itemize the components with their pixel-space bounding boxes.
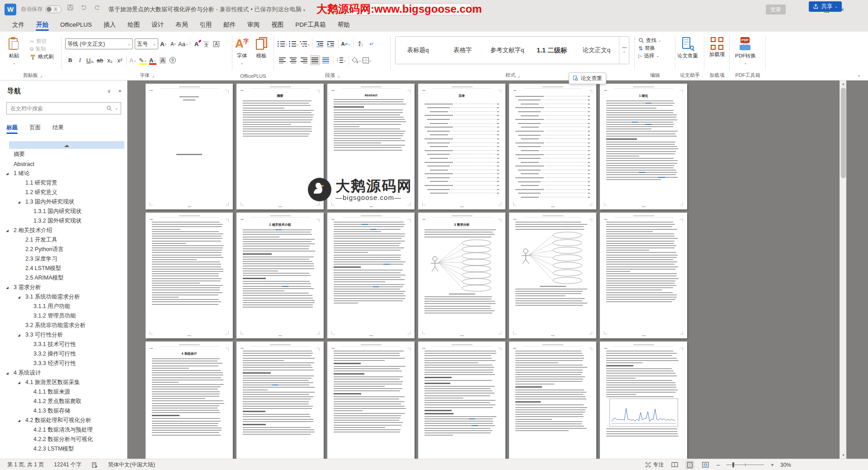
addins-button[interactable]: 加载项 bbox=[708, 36, 726, 57]
expand-triangle-icon[interactable]: ◢ bbox=[6, 228, 9, 232]
paste-button[interactable]: 粘贴 ⌄ bbox=[8, 36, 20, 65]
navigation-search-input[interactable] bbox=[9, 105, 104, 112]
select-button[interactable]: ▷选择⌄ bbox=[638, 52, 661, 59]
copy-button[interactable]: ⧉复制 bbox=[30, 46, 54, 52]
officeplus-font-button[interactable]: A字 字体 ⌄ bbox=[235, 36, 249, 65]
underline-button[interactable]: U⌄ bbox=[85, 55, 95, 65]
styles-dialog-launcher-icon[interactable]: ⌟ bbox=[518, 73, 520, 78]
style-item-2[interactable]: 表格字 bbox=[440, 37, 485, 64]
numbered-list-button[interactable]: ⌄ bbox=[289, 39, 299, 49]
autosave-toggle[interactable]: 关 bbox=[45, 5, 61, 13]
pdf-convert-button[interactable]: PDF PDF转换 ⌄ bbox=[735, 36, 756, 65]
zoom-slider-thumb[interactable] bbox=[732, 462, 734, 467]
document-canvas[interactable]: 摘要Abstract目录1 绪论2 相关技术介绍3 需求分析4 系统设计 大鹅源… bbox=[127, 81, 868, 459]
navigation-search[interactable]: ⌄ bbox=[6, 102, 121, 114]
ribbon-tab-10[interactable]: 审阅 bbox=[241, 19, 265, 32]
nav-heading-item[interactable]: ◢3 需求分析 bbox=[0, 283, 127, 292]
highlight-button[interactable]: ✎⌄ bbox=[138, 55, 148, 65]
page-thumbnail-5[interactable] bbox=[509, 84, 596, 209]
nav-heading-item[interactable]: 1.2 研究意义 bbox=[0, 188, 127, 197]
nav-heading-item[interactable]: ◢4 系统设计 bbox=[0, 368, 127, 378]
page-thumbnail-7[interactable] bbox=[146, 213, 233, 338]
nav-heading-item[interactable]: 3.1.2 管理员功能 bbox=[0, 311, 127, 321]
search-icon[interactable] bbox=[106, 105, 112, 111]
expand-triangle-icon[interactable]: ◢ bbox=[6, 285, 9, 289]
shrink-font-button[interactable]: A˅ bbox=[168, 39, 178, 49]
undo-icon[interactable] bbox=[80, 4, 87, 11]
clear-format-button[interactable]: A bbox=[192, 39, 202, 49]
nav-heading-item[interactable]: Abstract bbox=[0, 159, 127, 169]
nav-heading-item[interactable]: 4.2.1 数据清洗与预处理 bbox=[0, 425, 127, 435]
decrease-indent-button[interactable] bbox=[315, 39, 325, 49]
nav-heading-item[interactable]: 4.1.2 景点数据爬取 bbox=[0, 397, 127, 406]
phonetic-guide-button[interactable]: wén文 bbox=[202, 39, 212, 49]
page-info[interactable]: 第 1 页, 共 1 页 bbox=[7, 461, 44, 469]
page-thumbnail-17[interactable] bbox=[509, 342, 596, 459]
paragraph-dialog-launcher-icon[interactable]: ⌟ bbox=[337, 73, 340, 78]
page-thumbnail-8[interactable]: 2 相关技术介绍 bbox=[236, 213, 324, 338]
show-marks-button[interactable]: ↵ bbox=[367, 39, 377, 49]
language-status[interactable]: 简体中文(中国大陆) bbox=[108, 461, 155, 469]
scroll-up-icon[interactable]: ▲ bbox=[840, 81, 847, 87]
focus-mode-button[interactable]: 专注 bbox=[645, 461, 664, 469]
styles-gallery-more-button[interactable]: ⌄ bbox=[619, 37, 629, 64]
page-thumbnail-18[interactable] bbox=[600, 342, 687, 459]
search-options-chevron-icon[interactable]: ⌄ bbox=[115, 106, 118, 110]
navigation-collapse-icon[interactable]: ∨ bbox=[107, 88, 111, 94]
style-item-4[interactable]: 1.1 二级标 bbox=[529, 37, 574, 64]
web-layout-button[interactable] bbox=[701, 461, 710, 469]
nav-heading-item[interactable]: 2.5 ARIMA模型 bbox=[0, 273, 127, 283]
page-thumbnail-6[interactable]: 1 绪论 bbox=[600, 84, 687, 209]
font-dialog-launcher-icon[interactable]: ⌟ bbox=[152, 73, 154, 78]
nav-heading-item[interactable]: 4.2.2 数据分析与可视化 bbox=[0, 435, 127, 444]
find-button[interactable]: 查找⌄ bbox=[638, 37, 661, 44]
navigation-close-icon[interactable]: × bbox=[118, 88, 122, 95]
expand-triangle-icon[interactable]: ◢ bbox=[6, 171, 9, 175]
nav-heading-item[interactable]: 1.1 研究背景 bbox=[0, 178, 127, 188]
line-spacing-button[interactable]: ⌄ bbox=[336, 55, 346, 65]
save-icon[interactable] bbox=[67, 4, 74, 11]
clipboard-dialog-launcher-icon[interactable]: ⌟ bbox=[40, 73, 42, 78]
expand-triangle-icon[interactable]: ◢ bbox=[18, 333, 20, 337]
nav-heading-item[interactable]: 4.2.3 LSTM模型 bbox=[0, 444, 127, 454]
bold-button[interactable]: B bbox=[65, 55, 75, 65]
nav-heading-item[interactable]: 4.1.3 数据存储 bbox=[0, 406, 127, 416]
font-color-button[interactable]: A⌄ bbox=[148, 55, 158, 65]
page-thumbnail-12[interactable] bbox=[600, 213, 687, 338]
sort-button[interactable]: AZ↓ bbox=[356, 39, 366, 49]
ribbon-tab-9[interactable]: 邮件 bbox=[217, 19, 241, 32]
ribbon-tab-1[interactable]: 文件 bbox=[6, 19, 30, 32]
vertical-scrollbar[interactable]: ▲ ▼ bbox=[840, 81, 846, 459]
expand-triangle-icon[interactable]: ◢ bbox=[18, 200, 20, 204]
expand-triangle-icon[interactable]: ◢ bbox=[18, 295, 20, 299]
text-effects-button[interactable]: A⌄ bbox=[128, 55, 138, 65]
print-layout-button[interactable] bbox=[685, 461, 694, 469]
nav-heading-item[interactable]: 2.4 LSTM模型 bbox=[0, 264, 127, 273]
page-thumbnail-13[interactable]: 4 系统设计 bbox=[146, 342, 233, 459]
nav-heading-item[interactable]: ◢1 绪论 bbox=[0, 169, 127, 178]
superscript-button[interactable]: x² bbox=[115, 55, 125, 65]
ribbon-tab-7[interactable]: 布局 bbox=[170, 19, 193, 32]
nav-heading-item[interactable]: 3.3.3 经济可行性 bbox=[0, 359, 127, 368]
zoom-out-button[interactable]: − bbox=[716, 461, 720, 469]
word-count[interactable]: 12241 个字 bbox=[54, 461, 81, 469]
redo-icon[interactable] bbox=[94, 4, 101, 11]
share-button[interactable]: 共享 ⌄ bbox=[809, 1, 842, 12]
nav-heading-item[interactable]: 4.1.1 数据来源 bbox=[0, 387, 127, 397]
multilevel-list-button[interactable]: ⌄ bbox=[300, 39, 310, 49]
char-shading-button[interactable]: A bbox=[158, 55, 168, 65]
borders-button[interactable]: ⌄ bbox=[362, 55, 372, 65]
ribbon-tab-4[interactable]: 插入 bbox=[98, 19, 122, 32]
format-painter-button[interactable]: 格式刷 bbox=[30, 53, 54, 60]
page-thumbnail-9[interactable] bbox=[327, 213, 415, 338]
ribbon-tab-3[interactable]: OfficePLUS bbox=[54, 19, 98, 32]
nav-heading-item[interactable]: 1.3.2 国外研究现状 bbox=[0, 216, 127, 226]
nav-heading-item[interactable]: ◢3.3 可行性分析 bbox=[0, 330, 127, 340]
read-view-button[interactable] bbox=[670, 461, 679, 469]
ribbon-tab-5[interactable]: 绘图 bbox=[122, 19, 146, 32]
nav-heading-item[interactable]: 3.3.1 技术可行性 bbox=[0, 340, 127, 349]
increase-indent-button[interactable] bbox=[326, 39, 336, 49]
expand-triangle-icon[interactable]: ◢ bbox=[6, 371, 9, 375]
nav-heading-item[interactable]: ◢3.1 系统功能需求分析 bbox=[0, 292, 127, 302]
nav-heading-item[interactable]: 摘要 bbox=[0, 150, 127, 159]
